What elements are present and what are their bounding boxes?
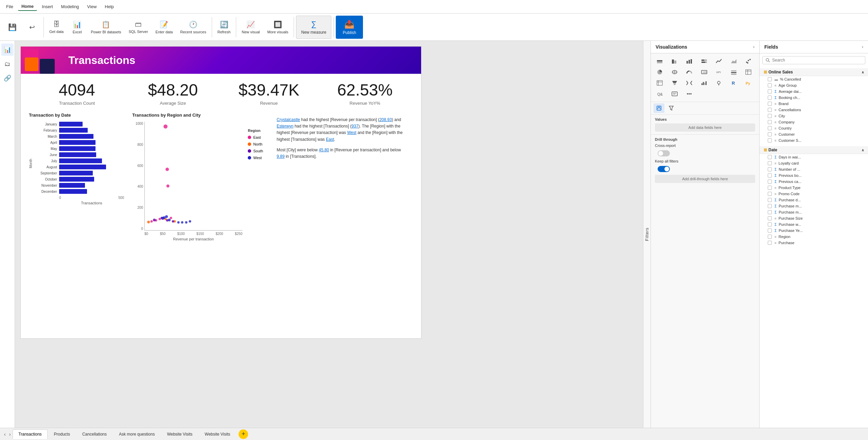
new-measure-btn[interactable]: ∑ New measure (296, 16, 331, 39)
tab-nav-right[interactable]: › (8, 431, 12, 438)
drillthrough-placeholder[interactable]: Add drill-through fields here (655, 175, 755, 183)
field-purchase-size-check[interactable] (768, 216, 772, 220)
left-icon-report[interactable]: 📊 (1, 44, 14, 56)
page-tab-ask[interactable]: Ask more questions (113, 429, 160, 439)
field-purchase-check[interactable] (768, 241, 772, 245)
field-days-in-wai[interactable]: Σ Days in wai... (760, 154, 868, 160)
field-customer-check[interactable] (768, 132, 772, 136)
field-cancellations[interactable]: ≡ Cancellations (760, 107, 868, 113)
recent-sources-btn[interactable]: 🕐 Recent sources (177, 16, 209, 39)
field-prev-bo-check[interactable] (768, 173, 772, 177)
enter-data-btn[interactable]: 📝 Enter data (152, 16, 176, 39)
field-purchase-w[interactable]: Σ Purchase w... (760, 221, 868, 227)
field-promo-check[interactable] (768, 192, 772, 196)
viz-expand-icon[interactable]: › (753, 45, 754, 49)
field-promo-code[interactable]: ≡ Promo Code (760, 191, 868, 197)
field-purchase-m1-check[interactable] (768, 204, 772, 208)
field-city-check[interactable] (768, 114, 772, 118)
filters-label[interactable]: Filters (645, 227, 649, 241)
field-company-check[interactable] (768, 120, 772, 124)
field-prev-ca-check[interactable] (768, 180, 772, 184)
field-number-of[interactable]: Σ Number of ... (760, 166, 868, 172)
viz-icon-matrix[interactable] (654, 78, 666, 88)
viz-icon-scatter[interactable] (742, 56, 754, 66)
left-icon-model[interactable]: 🔗 (1, 72, 14, 84)
page-tab-website2[interactable]: Website Visits (199, 429, 236, 439)
field-region-check[interactable] (768, 235, 772, 239)
field-purchase-ye[interactable]: Σ Purchase Ye... (760, 227, 868, 234)
menu-insert[interactable]: Insert (38, 3, 56, 11)
field-cancellations-check[interactable] (768, 108, 772, 112)
field-pct-cancelled-check[interactable] (768, 77, 772, 81)
viz-icon-stacked-col[interactable] (683, 56, 695, 66)
field-loyalty-check[interactable] (768, 161, 772, 165)
fields-group-date-header[interactable]: ⊞ Date ∧ (760, 146, 868, 154)
field-pct-cancelled[interactable]: ▬ % Cancelled (760, 76, 868, 82)
viz-icon-pie[interactable] (654, 67, 666, 77)
menu-view[interactable]: View (84, 3, 100, 11)
field-purchase-m2[interactable]: Σ Purchase m... (760, 209, 868, 215)
viz-icon-more[interactable] (683, 89, 695, 99)
new-visual-btn[interactable]: 📈 New visual (238, 16, 263, 39)
viz-icon-slicer[interactable] (728, 67, 740, 77)
field-purchase-m2-check[interactable] (768, 210, 772, 214)
viz-icon-stacked-bar[interactable] (654, 56, 666, 66)
tab-nav-left[interactable]: ‹ (3, 431, 7, 438)
field-avg-dai-check[interactable] (768, 89, 772, 94)
left-icon-data[interactable]: 🗂 (1, 58, 14, 70)
format-tab-paint[interactable] (654, 103, 664, 113)
page-tab-website1[interactable]: Website Visits (161, 429, 198, 439)
menu-help[interactable]: Help (101, 3, 117, 11)
viz-icon-narrative[interactable] (669, 89, 681, 99)
menu-home[interactable]: Home (18, 2, 37, 11)
field-country[interactable]: ≡ Country (760, 125, 868, 131)
field-purchase-d[interactable]: Σ Purchase d... (760, 197, 868, 203)
field-country-check[interactable] (768, 126, 772, 130)
fields-group-online-sales-header[interactable]: ⊞ Online Sales ∧ (760, 68, 868, 76)
field-number-check[interactable] (768, 167, 772, 171)
viz-icon-qna[interactable]: Q&A (654, 89, 666, 99)
field-purchase-w-check[interactable] (768, 222, 772, 226)
sql-server-btn[interactable]: 🗃 SQL Server (125, 16, 151, 39)
field-previous-bo[interactable]: Σ Previous bo... (760, 172, 868, 179)
field-region[interactable]: ≡ Region (760, 234, 868, 240)
fields-expand-icon[interactable]: › (862, 45, 863, 49)
viz-icon-r[interactable]: R (728, 78, 740, 88)
fields-search-container[interactable] (762, 56, 865, 64)
viz-icon-waterfall[interactable] (698, 78, 710, 88)
field-loyalty-card[interactable]: ≡ Loyalty card (760, 160, 868, 166)
refresh-btn[interactable]: 🔄 Refresh (214, 16, 234, 39)
field-booking-ch[interactable]: Σ Booking ch... (760, 95, 868, 101)
field-days-check[interactable] (768, 155, 772, 159)
field-avg-dai[interactable]: Σ Average dai... (760, 88, 868, 95)
viz-icon-area[interactable] (728, 56, 740, 66)
viz-icon-map[interactable] (669, 67, 681, 77)
field-age-group-check[interactable] (768, 83, 772, 87)
field-booking-check[interactable] (768, 96, 772, 100)
cross-report-toggle[interactable] (658, 150, 670, 156)
field-product-type[interactable]: ≡ Product Type (760, 185, 868, 191)
excel-btn[interactable]: 📊 Excel (68, 16, 87, 39)
field-brand[interactable]: ≡ Brand (760, 101, 868, 107)
field-previous-ca[interactable]: Σ Previous ca... (760, 179, 868, 185)
viz-icon-azure-maps[interactable] (713, 78, 725, 88)
publish-btn[interactable]: 📤 Publish (336, 16, 363, 39)
viz-icon-clustered-bar[interactable] (669, 56, 681, 66)
quick-undo-btn[interactable]: ↩ (22, 16, 41, 39)
get-data-btn[interactable]: 🗄 Get data (46, 16, 67, 39)
menu-file[interactable]: File (3, 3, 17, 11)
fields-search-input[interactable] (772, 58, 862, 63)
field-customer-s[interactable]: ≡ Customer S... (760, 137, 868, 143)
viz-icon-table[interactable] (742, 67, 754, 77)
page-tab-transactions[interactable]: Transactions (13, 429, 47, 439)
field-purchase-m1[interactable]: Σ Purchase m... (760, 203, 868, 209)
viz-icon-ribbon[interactable] (683, 78, 695, 88)
viz-icon-funnel[interactable] (669, 78, 681, 88)
quick-save-btn[interactable]: 💾 (3, 16, 22, 39)
field-customer-s-check[interactable] (768, 138, 772, 142)
field-purchase[interactable]: ≡ Purchase (760, 240, 868, 246)
field-purchase-d-check[interactable] (768, 198, 772, 202)
menu-modeling[interactable]: Modeling (58, 3, 83, 11)
keep-filters-toggle[interactable] (658, 166, 670, 172)
field-customer[interactable]: ≡ Customer (760, 131, 868, 137)
